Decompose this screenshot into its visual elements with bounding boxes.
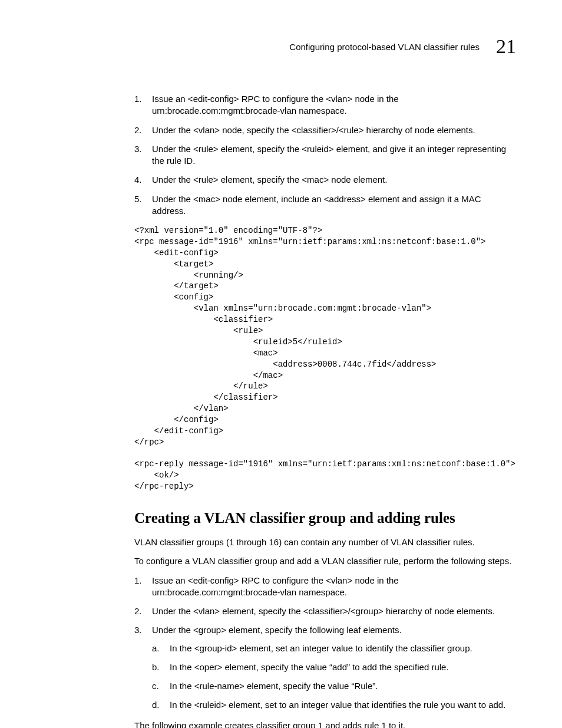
list-item: Under the <group> element, specify the f… [134,624,516,711]
list-item: In the <rule-name> element, specify the … [152,680,516,692]
sub-list: In the <group-id> element, set an intege… [152,643,516,711]
running-header: Configuring protocol-based VLAN classifi… [46,35,516,58]
list-item: Under the <rule> element, specify the <r… [134,143,516,167]
content-body: Issue an <edit-config> RPC to configure … [46,93,516,728]
list-item: Under the <mac> node element, include an… [134,193,516,218]
list-item: In the <ruleid> element, set to an integ… [152,699,516,711]
list-item: Under the <vlan> node, specify the <clas… [134,124,516,136]
procedure-list-2: Issue an <edit-config> RPC to configure … [134,575,516,711]
chapter-number: 21 [496,35,516,58]
paragraph: To configure a VLAN classifier group and… [134,555,516,567]
running-title: Configuring protocol-based VLAN classifi… [289,42,480,52]
code-block-reply-1: <rpc-reply message-id="1916" xmlns="urn:… [134,459,516,492]
list-item-text: Under the <group> element, specify the f… [152,625,402,635]
paragraph: VLAN classifier groups (1 through 16) ca… [134,536,516,548]
page: Configuring protocol-based VLAN classifi… [0,0,562,728]
code-block-request-1: <?xml version="1.0" encoding="UTF-8"?> <… [134,225,516,448]
list-item: Issue an <edit-config> RPC to configure … [134,575,516,599]
list-item: Under the <vlan> element, specify the <c… [134,605,516,617]
list-item: Issue an <edit-config> RPC to configure … [134,93,516,117]
procedure-list-1: Issue an <edit-config> RPC to configure … [134,93,516,217]
list-item: In the <oper> element, specify the value… [152,661,516,673]
list-item: Under the <rule> element, specify the <m… [134,174,516,186]
list-item: In the <group-id> element, set an intege… [152,643,516,654]
section-heading: Creating a VLAN classifier group and add… [134,508,516,528]
paragraph: The following example creates classifier… [134,720,516,728]
